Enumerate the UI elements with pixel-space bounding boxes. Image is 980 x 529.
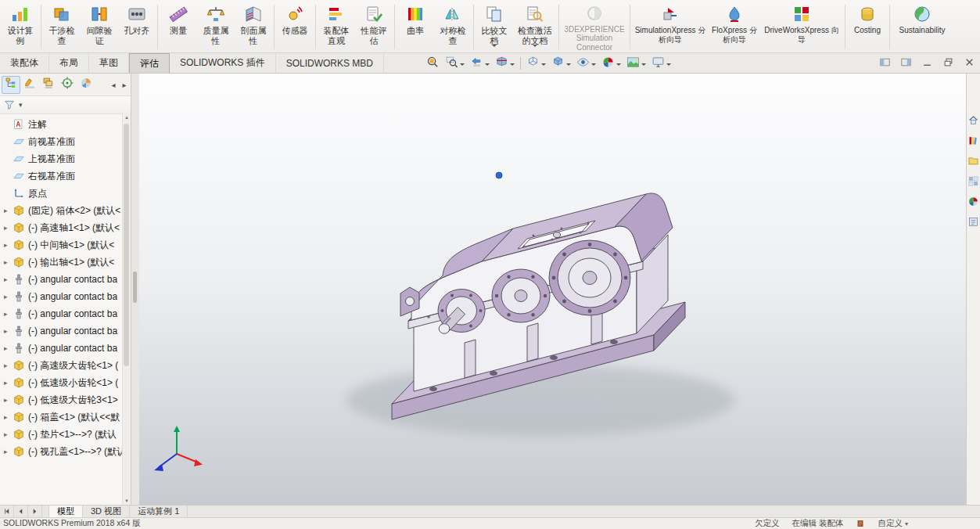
expand-arrow-icon[interactable]: ▸ bbox=[4, 396, 13, 404]
expand-pane-button[interactable] bbox=[897, 56, 914, 71]
tree-item[interactable]: ▸(-) angular contact ba bbox=[0, 271, 123, 288]
minimize-button[interactable] bbox=[918, 56, 935, 71]
ribbon-button-sustainability[interactable]: Sustainability bbox=[892, 2, 953, 50]
headsup-view-settings-button[interactable] bbox=[649, 55, 673, 72]
collapse-pane-button[interactable] bbox=[876, 56, 893, 71]
tree-item[interactable]: ▸(-) angular contact ba bbox=[0, 340, 123, 357]
configurationmanager-tab[interactable] bbox=[39, 76, 58, 94]
ribbon-button-mass-properties[interactable]: 质量属性 bbox=[197, 2, 235, 50]
origin-indicator[interactable] bbox=[496, 172, 502, 178]
tree-item[interactable]: 前视基准面 bbox=[0, 133, 123, 150]
feature-tree-filter-row[interactable]: ▾ bbox=[0, 96, 131, 114]
custom-properties-button[interactable] bbox=[967, 216, 979, 228]
command-tab-5[interactable]: SOLIDWORKS 插件 bbox=[170, 53, 276, 73]
tree-item[interactable]: ▸(-) angular contact ba bbox=[0, 322, 123, 340]
tree-item[interactable]: ▸(-) 垫片<1>-->? (默认 bbox=[0, 426, 123, 443]
ribbon-button-interference-check[interactable]: 干涉检查 bbox=[43, 2, 81, 50]
expand-arrow-icon[interactable]: ▸ bbox=[4, 258, 13, 266]
ribbon-button-performance-evaluation[interactable]: 性能评估 bbox=[355, 2, 393, 50]
headsup-section-view-button[interactable] bbox=[493, 55, 517, 72]
headsup-zoom-fit-button[interactable] bbox=[424, 55, 442, 72]
view-palette-button[interactable] bbox=[967, 175, 979, 187]
tab-bar-grip[interactable] bbox=[42, 506, 49, 517]
ribbon-button-driveworksxpress[interactable]: DriveWorksXpress 向导 bbox=[760, 2, 843, 50]
splitter-grip[interactable] bbox=[133, 272, 137, 303]
expand-arrow-icon[interactable]: ▸ bbox=[4, 207, 13, 214]
scroll-up-icon[interactable]: ▴ bbox=[123, 113, 131, 121]
headsup-hide-show-button[interactable] bbox=[574, 55, 598, 72]
filter-caret-icon[interactable]: ▾ bbox=[19, 101, 23, 109]
status-customize[interactable]: 自定义 ▾ bbox=[878, 518, 908, 529]
command-tab-6[interactable]: SOLIDWORKS MBD bbox=[276, 53, 384, 73]
expand-arrow-icon[interactable]: ▸ bbox=[4, 379, 13, 387]
bearing-boss-medium[interactable] bbox=[492, 269, 550, 322]
restore-button[interactable] bbox=[939, 56, 957, 71]
tree-item[interactable]: 原点 bbox=[0, 185, 123, 202]
bottom-tab-2[interactable]: 3D 视图 bbox=[83, 506, 130, 517]
headsup-edit-appearance-button[interactable] bbox=[599, 55, 623, 72]
tree-item[interactable]: ▸(固定) 箱体<2> (默认< bbox=[0, 202, 123, 219]
graphics-area[interactable] bbox=[139, 74, 966, 505]
headsup-zoom-area-button[interactable] bbox=[443, 55, 467, 72]
ribbon-button-sensor[interactable]: 传感器 bbox=[276, 2, 314, 50]
expand-arrow-icon[interactable]: ▸ bbox=[4, 448, 13, 455]
headsup-previous-view-button[interactable] bbox=[468, 55, 492, 72]
tree-item[interactable]: ▸(-) 中间轴<1> (默认< bbox=[0, 236, 123, 254]
chevron-right-icon[interactable]: ▸ bbox=[120, 77, 129, 92]
ribbon-button-simulationxpress[interactable]: SimulationXpress 分析向导 bbox=[632, 2, 709, 50]
tree-item[interactable]: ▸(-) angular contact ba bbox=[0, 288, 123, 305]
expand-arrow-icon[interactable]: ▸ bbox=[4, 344, 13, 352]
ribbon-button-measure[interactable]: 测量 bbox=[160, 2, 197, 50]
tree-item[interactable]: ▸(-) 高速级大齿轮<1> ( bbox=[0, 357, 123, 374]
expand-arrow-icon[interactable]: ▸ bbox=[4, 293, 13, 300]
nav-first-icon[interactable] bbox=[0, 506, 14, 517]
ribbon-button-curvature[interactable]: 曲率 bbox=[397, 2, 434, 50]
expand-arrow-icon[interactable]: ▸ bbox=[4, 241, 13, 249]
filter-icon[interactable] bbox=[3, 99, 17, 111]
tree-item[interactable]: 注解 bbox=[0, 116, 123, 133]
ribbon-button-section-properties[interactable]: 剖面属性 bbox=[235, 2, 272, 50]
file-explorer-button[interactable] bbox=[967, 155, 979, 167]
scroll-down-icon[interactable]: ▾ bbox=[123, 496, 131, 505]
headsup-display-style-button[interactable] bbox=[549, 55, 573, 72]
scrollbar-thumb[interactable] bbox=[124, 124, 129, 366]
displaymanager-tab[interactable] bbox=[77, 76, 95, 94]
ribbon-button-design-study[interactable]: 设计算例 bbox=[2, 2, 39, 50]
tree-item[interactable]: ▸(-) 低速级小齿轮<1> ( bbox=[0, 374, 123, 391]
expand-arrow-icon[interactable]: ▸ bbox=[4, 224, 13, 232]
bearing-boss-large[interactable] bbox=[549, 240, 630, 315]
ribbon-button-floxpress[interactable]: FloXpress 分析向导 bbox=[709, 2, 760, 50]
dimxpertmanager-tab[interactable] bbox=[58, 76, 77, 94]
ribbon-button-symmetry-check[interactable]: 对称检查 bbox=[434, 2, 472, 50]
appearances-button[interactable] bbox=[967, 196, 979, 207]
tree-item[interactable]: ▸(-) 高速轴1<1> (默认< bbox=[0, 219, 123, 236]
headsup-view-orientation-button[interactable] bbox=[524, 55, 548, 72]
ribbon-button-clearance-verification[interactable]: 间隙验证 bbox=[81, 2, 118, 50]
ribbon-button-hole-alignment[interactable]: 孔对齐 bbox=[118, 2, 156, 50]
command-tab-2[interactable]: 布局 bbox=[49, 53, 89, 73]
bottom-tab-3[interactable]: 运动算例 1 bbox=[130, 506, 188, 517]
close-button[interactable] bbox=[960, 56, 978, 71]
command-tab-4[interactable]: 评估 bbox=[129, 53, 170, 73]
featuremanager-tab[interactable] bbox=[2, 76, 20, 94]
design-library-button[interactable] bbox=[967, 135, 979, 146]
ribbon-button-costing[interactable]: Costing bbox=[847, 2, 888, 50]
expand-arrow-icon[interactable]: ▸ bbox=[4, 362, 13, 369]
propertymanager-tab[interactable] bbox=[20, 76, 39, 94]
tree-item[interactable]: ▸(-) 视孔盖<1>-->? (默认 bbox=[0, 443, 123, 460]
feature-tree-scrollbar[interactable]: ▴ ▾ bbox=[122, 113, 131, 505]
bottom-tab-1[interactable]: 模型 bbox=[49, 506, 83, 517]
expand-arrow-icon[interactable]: ▸ bbox=[4, 310, 13, 318]
expand-arrow-icon[interactable]: ▸ bbox=[4, 413, 13, 421]
command-tab-3[interactable]: 草图 bbox=[89, 53, 129, 73]
chevron-left-icon[interactable]: ◂ bbox=[109, 77, 118, 92]
nav-prev-icon[interactable] bbox=[14, 506, 28, 517]
command-tab-1[interactable]: 装配体 bbox=[0, 53, 49, 73]
expand-arrow-icon[interactable]: ▸ bbox=[4, 275, 13, 283]
tree-item[interactable]: ▸(-) angular contact ba bbox=[0, 305, 123, 322]
home-button[interactable] bbox=[967, 114, 979, 126]
expand-arrow-icon[interactable]: ▸ bbox=[4, 430, 13, 438]
ribbon-button-compare-documents[interactable]: 比较文档 bbox=[476, 2, 513, 50]
headsup-apply-scene-button[interactable] bbox=[624, 55, 648, 72]
tree-item[interactable]: ▸(-) 低速级大齿轮3<1> bbox=[0, 391, 123, 408]
